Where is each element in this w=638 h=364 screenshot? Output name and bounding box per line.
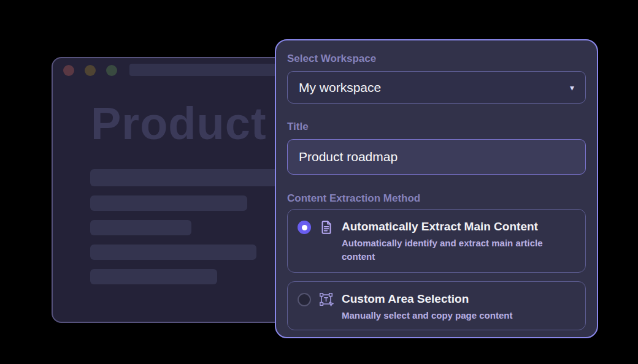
- close-window-icon[interactable]: [63, 65, 74, 76]
- save-clip-panel: Select Workspace My workspace ▾ Title Pr…: [275, 39, 598, 338]
- extraction-method-label: Content Extraction Method: [287, 192, 586, 205]
- option-title: Automatically Extract Main Content: [342, 219, 563, 234]
- option-description: Automatically identify and extract main …: [342, 237, 563, 264]
- placeholder-bar: [90, 195, 247, 211]
- workspace-label: Select Workspace: [287, 53, 586, 65]
- area-selection-icon: [318, 292, 334, 310]
- radio-custom-area[interactable]: [298, 293, 311, 306]
- page-title: Product: [91, 97, 267, 150]
- option-auto-extract-text: Automatically Extract Main Content Autom…: [342, 218, 563, 264]
- option-custom-area[interactable]: Custom Area Selection Manually select an…: [287, 281, 586, 330]
- title-label: Title: [287, 121, 586, 133]
- option-title: Custom Area Selection: [342, 292, 512, 306]
- option-auto-extract[interactable]: Automatically Extract Main Content Autom…: [287, 209, 586, 273]
- window-controls: [63, 65, 117, 76]
- placeholder-bar: [90, 220, 191, 235]
- workspace-select[interactable]: My workspace ▾: [287, 71, 586, 104]
- title-input[interactable]: Product roadmap: [287, 139, 586, 175]
- title-input-value: Product roadmap: [299, 150, 398, 164]
- placeholder-bar: [90, 245, 256, 260]
- zoom-window-icon[interactable]: [106, 65, 117, 76]
- document-icon: [318, 219, 334, 238]
- workspace-selected-value: My workspace: [299, 80, 381, 95]
- option-description: Manually select and copy page content: [342, 309, 512, 322]
- placeholder-bar: [90, 269, 217, 284]
- option-custom-area-text: Custom Area Selection Manually select an…: [342, 290, 512, 322]
- radio-auto-extract[interactable]: [298, 221, 311, 234]
- minimize-window-icon[interactable]: [85, 65, 96, 76]
- chevron-down-icon: ▾: [570, 83, 574, 93]
